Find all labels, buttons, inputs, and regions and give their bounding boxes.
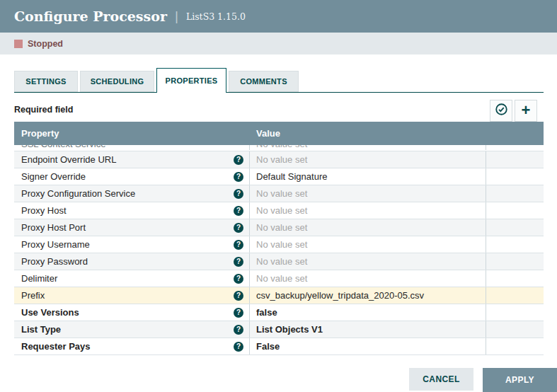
processor-name-version: ListS3 1.15.0 bbox=[186, 11, 246, 22]
plus-icon: + bbox=[522, 103, 531, 118]
property-cell: Endpoint Override URL ? bbox=[14, 151, 250, 168]
extra-cell bbox=[486, 168, 544, 185]
table-row-prefix: Prefix ? csv_backup/yellow_tripdata_2020… bbox=[14, 287, 544, 304]
value-cell[interactable]: No value set bbox=[250, 270, 486, 287]
extra-cell bbox=[486, 253, 544, 270]
help-icon[interactable]: ? bbox=[234, 155, 243, 165]
help-icon[interactable]: ? bbox=[234, 206, 243, 216]
extra-cell bbox=[486, 338, 544, 354]
tab-scheduling[interactable]: SCHEDULING bbox=[80, 71, 154, 92]
status-label: Stopped bbox=[28, 39, 63, 49]
property-cell: Signer Override ? bbox=[14, 168, 250, 185]
help-icon[interactable]: ? bbox=[234, 291, 243, 301]
extra-cell bbox=[486, 304, 544, 321]
extra-cell bbox=[486, 151, 544, 168]
help-icon[interactable]: ? bbox=[234, 172, 243, 182]
table-row: Endpoint Override URL ? No value set bbox=[14, 151, 544, 168]
table-row: Proxy Host ? No value set bbox=[14, 202, 544, 219]
value-cell[interactable]: Default Signature bbox=[250, 168, 486, 185]
column-header-value: Value bbox=[256, 128, 280, 139]
table-row: Use Versions ? false bbox=[14, 304, 544, 321]
property-cell: Delimiter ? bbox=[14, 270, 250, 287]
tab-underline bbox=[14, 92, 544, 93]
extra-cell bbox=[486, 185, 544, 202]
properties-table: Property Value SSL Context Service No va… bbox=[14, 122, 544, 355]
value-cell[interactable]: List Objects V1 bbox=[250, 321, 486, 338]
help-icon[interactable]: ? bbox=[234, 223, 243, 233]
tab-settings[interactable]: SETTINGS bbox=[14, 71, 78, 92]
dialog-title: Configure Processor bbox=[14, 8, 167, 24]
table-row: List Type ? List Objects V1 bbox=[14, 321, 544, 338]
value-cell[interactable]: No value set bbox=[250, 253, 486, 270]
column-header-property: Property bbox=[14, 128, 59, 139]
extra-cell bbox=[486, 321, 544, 338]
value-cell[interactable]: No value set bbox=[250, 151, 486, 168]
table-header: Property Value bbox=[14, 122, 544, 145]
extra-cell bbox=[486, 202, 544, 219]
property-cell: Prefix ? bbox=[14, 287, 250, 304]
property-cell: Proxy Password ? bbox=[14, 253, 250, 270]
required-field-label: Required field bbox=[14, 105, 73, 115]
help-icon[interactable]: ? bbox=[234, 240, 243, 250]
help-icon[interactable]: ? bbox=[234, 308, 243, 318]
add-property-button[interactable]: + bbox=[515, 100, 537, 122]
configure-processor-dialog: Configure Processor | ListS3 1.15.0 Stop… bbox=[0, 0, 557, 392]
help-icon[interactable]: ? bbox=[234, 274, 243, 284]
value-cell[interactable]: False bbox=[250, 338, 486, 354]
table-row-partial: SSL Context Service No value set bbox=[14, 145, 544, 151]
tab-bar: SETTINGS SCHEDULING PROPERTIES COMMENTS bbox=[14, 71, 299, 92]
value-cell[interactable]: No value set bbox=[250, 236, 486, 253]
table-row: Signer Override ? Default Signature bbox=[14, 168, 544, 185]
verify-properties-button[interactable] bbox=[490, 100, 512, 122]
property-cell: Proxy Host ? bbox=[14, 202, 250, 219]
title-separator: | bbox=[175, 8, 178, 24]
help-icon[interactable]: ? bbox=[234, 257, 243, 267]
table-row: Proxy Configuration Service ? No value s… bbox=[14, 185, 544, 202]
property-cell: Proxy Username ? bbox=[14, 236, 250, 253]
extra-cell bbox=[486, 287, 544, 304]
value-cell[interactable]: false bbox=[250, 304, 486, 321]
help-icon[interactable]: ? bbox=[234, 325, 243, 335]
value-cell[interactable]: No value set bbox=[250, 219, 486, 236]
value-cell[interactable]: No value set bbox=[250, 145, 486, 150]
table-row: Delimiter ? No value set bbox=[14, 270, 544, 287]
help-icon[interactable]: ? bbox=[234, 189, 243, 199]
table-row: Requester Pays ? False bbox=[14, 338, 544, 355]
extra-cell bbox=[486, 236, 544, 253]
property-cell: Proxy Host Port ? bbox=[14, 219, 250, 236]
table-row: Proxy Password ? No value set bbox=[14, 253, 544, 270]
table-row: Proxy Username ? No value set bbox=[14, 236, 544, 253]
tab-properties[interactable]: PROPERTIES bbox=[156, 68, 226, 93]
value-cell[interactable]: No value set bbox=[250, 185, 486, 202]
value-cell[interactable]: csv_backup/yellow_tripdata_2020-05.csv bbox=[250, 287, 486, 304]
apply-button[interactable]: APPLY bbox=[483, 368, 557, 392]
status-bar: Stopped bbox=[0, 33, 557, 54]
property-cell: List Type ? bbox=[14, 321, 250, 338]
property-cell: Use Versions ? bbox=[14, 304, 250, 321]
dialog-header: Configure Processor | ListS3 1.15.0 bbox=[0, 0, 557, 33]
extra-cell bbox=[486, 270, 544, 287]
check-circle-icon bbox=[495, 103, 508, 119]
value-cell[interactable]: No value set bbox=[250, 202, 486, 219]
cancel-button[interactable]: CANCEL bbox=[409, 368, 473, 391]
property-cell: SSL Context Service bbox=[14, 145, 250, 150]
table-row: Proxy Host Port ? No value set bbox=[14, 219, 544, 236]
property-cell: Proxy Configuration Service ? bbox=[14, 185, 250, 202]
tab-comments[interactable]: COMMENTS bbox=[229, 71, 299, 92]
extra-cell bbox=[486, 219, 544, 236]
help-icon[interactable]: ? bbox=[234, 342, 243, 352]
stopped-status-icon bbox=[14, 40, 23, 48]
property-cell: Requester Pays ? bbox=[14, 338, 250, 354]
